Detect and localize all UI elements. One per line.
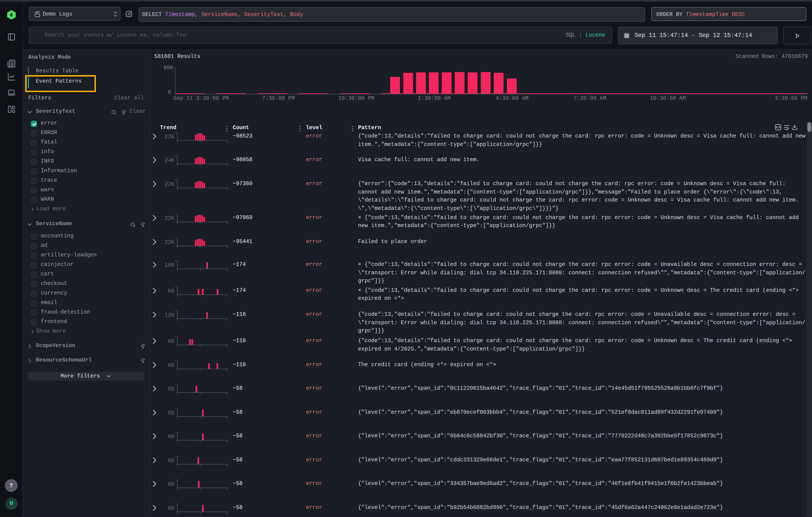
svg-text:0: 0: [168, 89, 171, 95]
svg-text:60: 60: [168, 338, 174, 345]
svg-text:180: 180: [165, 262, 174, 268]
svg-text:10:30:00 AM: 10:30:00 AM: [650, 95, 686, 102]
svg-text:60: 60: [168, 434, 174, 440]
svg-text:Sep 11 3:30:00 PM: Sep 11 3:30:00 PM: [173, 95, 229, 102]
svg-text:7:30:00 AM: 7:30:00 AM: [574, 95, 606, 102]
svg-text:60: 60: [168, 481, 174, 487]
svg-text:120: 120: [165, 312, 174, 318]
svg-text:60: 60: [168, 410, 174, 416]
svg-text:60: 60: [168, 362, 174, 368]
svg-text:22K: 22K: [165, 215, 175, 221]
svg-text:24K: 24K: [165, 157, 175, 164]
svg-text:60: 60: [168, 288, 174, 294]
svg-text:60: 60: [168, 386, 174, 392]
svg-text:10:30:00 PM: 10:30:00 PM: [339, 95, 374, 102]
svg-text:22K: 22K: [165, 181, 175, 188]
svg-text:22K: 22K: [165, 134, 175, 140]
svg-text:4:30:00 AM: 4:30:00 AM: [496, 95, 528, 102]
svg-text:60: 60: [168, 457, 174, 464]
svg-text:80K: 80K: [164, 65, 173, 71]
svg-text:3:30:00 PM: 3:30:00 PM: [775, 95, 807, 102]
svg-text:1:30:00 AM: 1:30:00 AM: [418, 95, 451, 102]
svg-text:60: 60: [168, 505, 174, 511]
svg-text:7:30:00 PM: 7:30:00 PM: [262, 95, 295, 102]
svg-text:22K: 22K: [165, 239, 175, 246]
